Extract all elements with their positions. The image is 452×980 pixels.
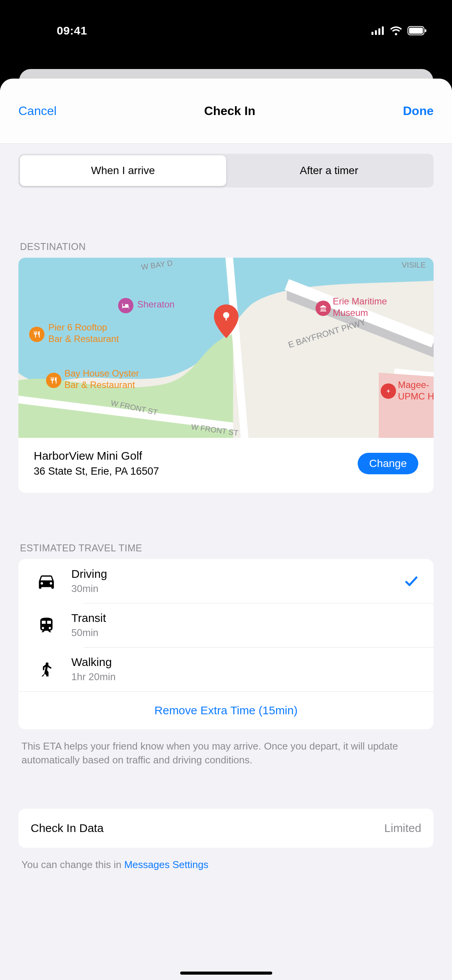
- museum-poi-icon: [316, 301, 331, 316]
- mode-segmented-control[interactable]: When I arrive After a timer: [18, 154, 434, 187]
- messages-settings-link[interactable]: Messages Settings: [124, 859, 209, 870]
- device-frame: 09:41 Cancel Check In Done When I arrive…: [0, 0, 452, 980]
- nav-title: Check In: [204, 104, 255, 118]
- change-destination-button[interactable]: Change: [358, 453, 418, 474]
- content: When I arrive After a timer DESTINATION: [0, 154, 452, 871]
- map-pin-icon: [213, 304, 240, 340]
- svg-rect-5: [409, 28, 423, 34]
- destination-text: HarborView Mini Golf 36 State St, Erie, …: [34, 449, 159, 477]
- travel-mode-label: Driving: [71, 567, 400, 580]
- transit-icon: [29, 616, 64, 635]
- map-label-magee-line2: UPMC H: [398, 391, 434, 402]
- cellular-icon: [371, 26, 385, 35]
- travel-duration: 50min: [71, 627, 400, 639]
- travel-option-walking[interactable]: Walking 1hr 20min: [18, 647, 434, 691]
- segment-when-i-arrive[interactable]: When I arrive: [20, 155, 226, 186]
- hotel-poi-icon: [118, 298, 133, 313]
- wifi-icon: [390, 26, 402, 35]
- travel-time-header: ESTIMATED TRAVEL TIME: [20, 543, 434, 554]
- status-indicators: [371, 3, 434, 35]
- hospital-poi-icon: [381, 383, 396, 399]
- destination-map[interactable]: Sheraton Pier 6 Rooftop Bar & Restaurant…: [18, 258, 434, 438]
- map-label-pier6-line1: Pier 6 Rooftop: [48, 322, 107, 333]
- travel-time-card: Driving 30min Transit 50min: [18, 559, 434, 729]
- travel-option-transit[interactable]: Transit 50min: [18, 603, 434, 647]
- travel-duration: 30min: [71, 583, 400, 595]
- check-in-data-note: You can change this in Messages Settings: [21, 858, 431, 871]
- travel-mode-label: Walking: [71, 656, 400, 669]
- map-label-visit: VISILE: [402, 261, 426, 270]
- travel-option-driving[interactable]: Driving 30min: [18, 559, 434, 603]
- map-svg: [18, 258, 434, 438]
- map-label-erie-line2: Museum: [333, 307, 368, 318]
- battery-icon: [408, 26, 427, 35]
- cancel-button[interactable]: Cancel: [18, 104, 57, 118]
- status-time: 09:41: [18, 1, 87, 37]
- remove-extra-time-button[interactable]: Remove Extra Time (15min): [18, 691, 434, 729]
- map-label-pier6-line2: Bar & Restaurant: [48, 334, 119, 344]
- segment-after-a-timer[interactable]: After a timer: [226, 155, 432, 186]
- map-label-magee-line1: Magee-: [398, 380, 429, 390]
- check-in-note-prefix: You can change this in: [21, 859, 124, 870]
- nav-bar: Cancel Check In Done: [0, 79, 452, 144]
- svg-rect-3: [382, 26, 384, 35]
- modal-sheet: Cancel Check In Done When I arrive After…: [0, 79, 452, 980]
- map-label-bayhouse-line1: Bay House Oyster: [64, 368, 139, 379]
- check-in-data-value: Limited: [384, 822, 421, 835]
- map-label-erie-line1: Erie Maritime: [333, 296, 387, 307]
- map-label-sheraton: Sheraton: [137, 299, 174, 310]
- destination-footer: HarborView Mini Golf 36 State St, Erie, …: [18, 438, 434, 493]
- check-in-data-row[interactable]: Check In Data Limited: [18, 809, 434, 848]
- destination-header: DESTINATION: [20, 241, 434, 252]
- svg-rect-1: [375, 30, 377, 35]
- destination-card: Sheraton Pier 6 Rooftop Bar & Restaurant…: [18, 258, 434, 493]
- restaurant-poi-icon: [29, 327, 44, 342]
- svg-rect-2: [378, 28, 380, 35]
- car-icon: [29, 571, 64, 591]
- svg-rect-6: [425, 29, 426, 32]
- done-button[interactable]: Done: [403, 104, 434, 118]
- svg-rect-0: [371, 32, 373, 35]
- destination-address: 36 State St, Erie, PA 16507: [34, 465, 159, 477]
- travel-duration: 1hr 20min: [71, 671, 400, 683]
- travel-time-note: This ETA helps your friend know when you…: [21, 739, 431, 767]
- check-in-data-label: Check In Data: [31, 822, 104, 835]
- walk-icon: [29, 661, 64, 678]
- status-bar: 09:41: [0, 0, 452, 38]
- svg-rect-9: [225, 314, 227, 321]
- travel-mode-label: Transit: [71, 612, 400, 625]
- destination-name: HarborView Mini Golf: [34, 449, 159, 462]
- restaurant-poi-icon-2: [46, 373, 61, 388]
- checkmark-icon: [400, 574, 423, 589]
- home-indicator[interactable]: [180, 972, 272, 975]
- map-label-bayhouse-line2: Bar & Restaurant: [64, 380, 135, 390]
